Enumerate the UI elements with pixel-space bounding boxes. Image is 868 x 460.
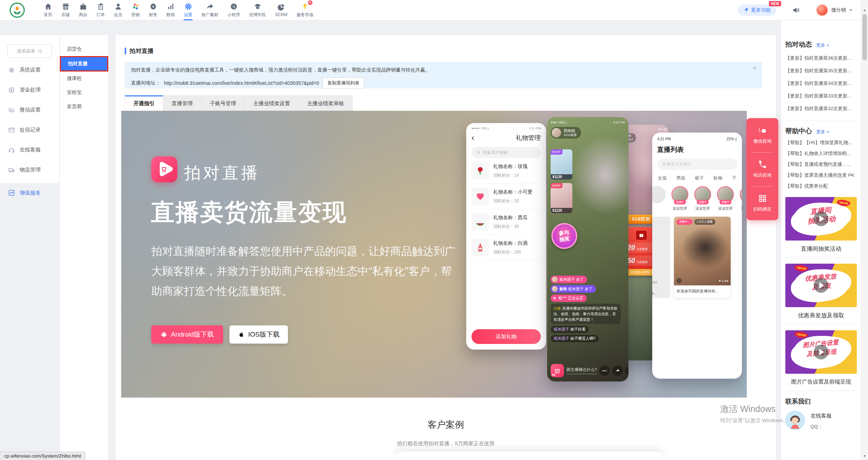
nav-item-goods[interactable]: 商品: [74, 0, 92, 20]
news-item[interactable]: 【更新】拍对直播第33次更新...: [785, 90, 857, 102]
news-section-title: 拍对动态: [785, 40, 812, 49]
submenu-item-weikecheng[interactable]: 微课程: [60, 72, 108, 86]
video-thumb-image-ads[interactable]: !WOW 图片广告设置及前端呈现: [785, 330, 857, 374]
miniprogram-icon: S: [230, 2, 238, 11]
sidebar-item-system-settings[interactable]: 系统设置: [0, 60, 59, 80]
help-item[interactable]: 【帮助】礼物收入详情增加粉...: [785, 148, 857, 159]
chat-message: 糯*** 正在去买: [551, 295, 587, 302]
paidui-live-logo: [151, 156, 177, 182]
menu-search-input[interactable]: 搜索菜单: [7, 45, 52, 58]
page-scrollbar[interactable]: ▲ ▼: [861, 0, 868, 460]
nav-item-marketing[interactable]: 营销: [127, 0, 144, 20]
news-item[interactable]: 【更新】拍对直播第35次更新...: [785, 65, 857, 77]
gift-icon: [625, 365, 628, 376]
news-item[interactable]: 【更新】拍对直播第32次更新...: [785, 102, 857, 115]
nav-item-college[interactable]: 启博学院: [244, 0, 270, 20]
video-thumb-coupon[interactable]: !WOW 优惠券发放及领取: [785, 264, 857, 307]
nav-item-data[interactable]: 数据: [162, 0, 179, 20]
sidebar-item-value-added-services[interactable]: 增值服务: [0, 184, 60, 201]
submenu-item-fahuoyi[interactable]: 发货易: [60, 100, 108, 114]
close-icon[interactable]: ×: [752, 64, 757, 72]
nav-item-orders[interactable]: 订单: [92, 0, 109, 20]
sidebar-item-logistics[interactable]: 物流管理: [0, 160, 59, 180]
streamer-item: 直播中 波波世界: [671, 186, 689, 211]
help-section-title: 帮助中心: [785, 127, 812, 136]
nav-item-finance[interactable]: ¥ 财务: [144, 0, 162, 20]
nav-item-scrm[interactable]: SCRM: [270, 0, 292, 20]
live-search-input: 直播名字关键字: [657, 158, 737, 170]
help-item[interactable]: 【帮助】直播或者预约直播，...: [785, 159, 857, 170]
nav-item-shop[interactable]: 店铺: [57, 0, 74, 20]
nav-item-settings[interactable]: 设置: [179, 0, 197, 20]
rocket-icon: [743, 7, 749, 13]
add-gift-button: 添加礼物: [471, 329, 541, 344]
tab-anchor-reward-settings[interactable]: 主播业绩奖设置: [245, 95, 299, 111]
play-icon: [814, 345, 828, 359]
person-icon: [114, 2, 122, 11]
tab-live-management[interactable]: 直播管理: [163, 95, 201, 111]
help-more-link[interactable]: 更多 >: [816, 129, 829, 135]
submenu-item-paidui-live[interactable]: 拍对直播: [60, 56, 108, 72]
new-badge: NEW: [769, 1, 781, 6]
chat-message: 糯米团子 来了: [551, 276, 587, 283]
online-service-label[interactable]: 在线客服: [811, 413, 832, 419]
scrollbar-thumb[interactable]: [862, 14, 867, 60]
browser-status-link: cp.wifenxiao.com/System/Zhibo.html: [0, 452, 85, 460]
yen-circle-icon: [8, 87, 15, 94]
market-h-badge: H: [308, 0, 312, 5]
sidebar-item-online-service[interactable]: 在线客服: [0, 140, 59, 160]
sidebar-item-funds[interactable]: 资金处理: [0, 80, 59, 100]
nav-item-promo-material[interactable]: 推广素材: [197, 0, 223, 20]
announcement-speaker-icon[interactable]: [792, 6, 800, 14]
gift-row: 礼物名称：白酒消耗积分：200: [471, 235, 541, 261]
phone-search-input: 搜索用户昵称: [471, 147, 541, 158]
news-item[interactable]: 【更新】拍对直播第34次更新...: [785, 77, 857, 90]
live-card: 直播中 ♪ 1.5万人观看 ♥ 1.4w 欢迎来到我的直播间有...: [674, 217, 731, 298]
wechat-icon: [757, 126, 768, 135]
sidebar-item-sms-records[interactable]: 短信记录: [0, 120, 59, 140]
video-thumb-lottery[interactable]: !WOW 直播间抽奖活动: [785, 197, 857, 241]
chevron-down-icon: ▼: [848, 8, 853, 12]
help-item[interactable]: 【帮助】【H5】增加竖屏礼物...: [785, 137, 857, 148]
divider: [785, 258, 857, 258]
phone-consult-button[interactable]: 电话咨询: [746, 152, 778, 186]
submenu-item-qihuocang[interactable]: 启货仓: [60, 42, 108, 56]
tab-bar: 开通指引 直播管理 子账号管理 主播业绩奖设置 主播业绩奖审核: [125, 95, 353, 111]
help-item[interactable]: 【帮助】竖屏直播主播间连麦 PK: [785, 170, 857, 181]
contact-float-panel: 微信咨询 电话咨询 扫码绑定: [746, 118, 778, 220]
envelope-icon: [8, 127, 15, 134]
nav-item-home[interactable]: 首页: [39, 0, 57, 20]
phone-mockup-live-stream: ●●●○ BELL4:21 PM 西闻闻 2016观看 秒杀中 ¥1120 砍价…: [547, 117, 628, 381]
news-item[interactable]: 【更新】拍对直播第36次更新...: [785, 52, 857, 65]
more-features-button[interactable]: 更多功能 NEW: [738, 5, 776, 16]
sidebar-item-wechat-settings[interactable]: 微信设置: [0, 100, 59, 120]
android-download-button[interactable]: Android版下载: [151, 325, 223, 344]
customer-case-card: [396, 452, 662, 460]
nav-item-members[interactable]: 会员: [109, 0, 127, 20]
nav-item-miniprogram[interactable]: S 小程序: [223, 0, 244, 20]
submenu-item-anfenbao[interactable]: 安粉宝: [60, 86, 108, 100]
tab-anchor-reward-review[interactable]: 主播业绩奖审核: [299, 95, 353, 111]
hero-banner: 拍对直播 直播卖货流量变现 拍对直播随时准备解答您使用中产品的问题，让好商品触达…: [121, 111, 747, 398]
copy-live-list-button[interactable]: 复制直播间列表: [323, 77, 364, 89]
tab-subaccount-management[interactable]: 子账号管理: [201, 95, 245, 111]
gear-icon: [8, 67, 15, 74]
scroll-down-arrow[interactable]: ▼: [861, 454, 868, 458]
shop-bag-button: 34: [551, 364, 564, 377]
nav-item-service-market[interactable]: H 服务市场: [292, 0, 318, 20]
video-caption: 优惠券发放及领取: [785, 312, 857, 319]
play-icon: [814, 211, 828, 226]
divider: [785, 120, 857, 120]
account-menu[interactable]: 微分销 ▼: [816, 4, 853, 16]
scroll-up-arrow[interactable]: ▲: [861, 8, 868, 12]
live-address-url: http://mob8.91weimai.com/live/index.html…: [164, 80, 319, 86]
tab-open-guide[interactable]: 开通指引: [125, 95, 163, 111]
product-card: 砍价中 ¥1120: [551, 183, 572, 213]
ios-download-button[interactable]: IOS版下载: [229, 325, 288, 344]
help-item[interactable]: 【帮助】优惠券分配: [785, 181, 857, 191]
wechat-consult-button[interactable]: 微信咨询: [746, 118, 778, 152]
hero-brand-name: 拍对直播: [184, 162, 260, 184]
scan-bind-button[interactable]: 扫码绑定: [746, 186, 778, 220]
gift-row: 礼物名称：西瓜消耗积分：30: [471, 209, 541, 235]
news-more-link[interactable]: 更多 >: [816, 42, 829, 48]
